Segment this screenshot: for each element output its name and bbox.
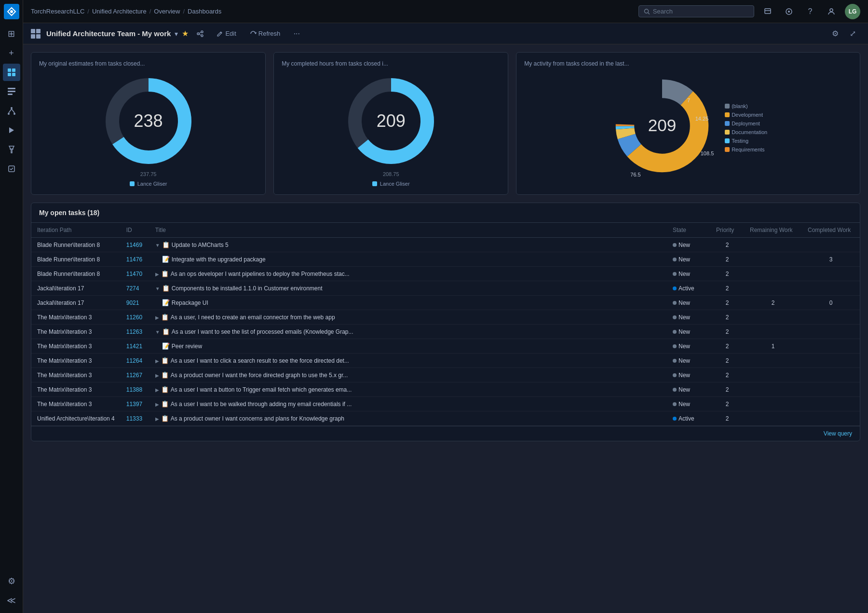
cell-state: New (667, 354, 710, 368)
expand-icon[interactable]: ▶ (155, 358, 159, 364)
refresh-button[interactable]: Refresh (245, 28, 285, 39)
cell-iteration: The Matrix\Iteration 3 (31, 368, 121, 382)
cell-id[interactable]: 11397 (121, 397, 149, 411)
cell-id[interactable]: 11469 (121, 238, 149, 252)
svg-rect-5 (8, 88, 15, 89)
cell-id[interactable]: 11388 (121, 382, 149, 397)
badge-icon[interactable] (781, 4, 797, 19)
chart-2-donut: 209 (343, 73, 439, 169)
state-label: New (678, 343, 690, 350)
svg-rect-18 (765, 9, 771, 14)
cell-id[interactable]: 9021 (121, 296, 149, 310)
expand-icon[interactable]: ▶ (155, 402, 159, 407)
expand-icon[interactable]: ▼ (155, 329, 160, 335)
sidebar-item-add[interactable]: + (3, 44, 20, 62)
cell-id[interactable]: 11267 (121, 368, 149, 382)
fullscreen-icon[interactable]: ⤢ (845, 26, 860, 41)
svg-point-22 (830, 9, 833, 12)
expand-icon[interactable]: ▶ (155, 272, 159, 277)
cell-id[interactable]: 11476 (121, 252, 149, 267)
col-header-remaining: Remaining Work (744, 223, 802, 238)
favorite-star-icon[interactable]: ★ (182, 29, 189, 38)
breadcrumb-project[interactable]: Unified Architecture (92, 8, 147, 15)
breadcrumb-overview[interactable]: Overview (154, 8, 180, 15)
notifications-icon[interactable] (760, 4, 775, 19)
cell-completed (802, 281, 860, 296)
state-badge: Active (673, 285, 694, 292)
cell-priority: 2 (710, 368, 744, 382)
expand-icon[interactable]: ▼ (155, 286, 160, 291)
cell-state: New (667, 339, 710, 354)
task-icon: 📋 (161, 357, 169, 364)
state-badge: New (673, 372, 690, 379)
breadcrumb-dashboards[interactable]: Dashboards (188, 8, 221, 15)
expand-icon[interactable]: ▶ (155, 387, 159, 393)
state-badge: Active (673, 415, 694, 422)
cell-id[interactable]: 11264 (121, 354, 149, 368)
sidebar-item-settings[interactable]: ⚙ (3, 572, 20, 590)
expand-icon[interactable]: ▼ (155, 243, 160, 248)
cell-iteration: The Matrix\Iteration 3 (31, 382, 121, 397)
edit-button[interactable]: Edit (212, 28, 241, 39)
svg-point-10 (14, 113, 15, 115)
cell-state: New (667, 238, 710, 252)
table-row: Blade Runner\Iteration 8 11476 📝Integrat… (31, 252, 860, 267)
expand-icon[interactable]: ▶ (155, 373, 159, 378)
view-query-link[interactable]: View query (31, 426, 860, 441)
state-dot (673, 243, 677, 247)
chart-activity: My activity from tasks closed in the las… (516, 52, 860, 195)
cell-state: New (667, 397, 710, 411)
state-dot (673, 373, 677, 377)
state-badge: New (673, 357, 690, 364)
legend-testing: Testing (725, 138, 748, 144)
share-icon[interactable] (192, 26, 208, 41)
cell-title: 📝Repackage UI (149, 296, 667, 310)
people-icon[interactable] (824, 4, 839, 19)
task-icon: 📝 (162, 342, 170, 350)
app-logo[interactable] (4, 4, 19, 19)
charts-section: My original estimates from tasks closed.… (31, 52, 860, 195)
settings-icon[interactable]: ⚙ (827, 26, 843, 41)
cell-state: New (667, 310, 710, 325)
sidebar-item-artifacts[interactable] (3, 160, 20, 177)
svg-marker-13 (9, 127, 14, 133)
sidebar-item-home[interactable]: ⊞ (3, 25, 20, 42)
breadcrumb-sep-3: / (183, 8, 185, 15)
table-row: The Matrix\Iteration 3 11421 📝Peer revie… (31, 339, 860, 354)
cell-remaining (744, 325, 802, 339)
cell-id[interactable]: 11263 (121, 325, 149, 339)
expand-icon[interactable]: ▶ (155, 315, 159, 320)
chart-2-title: My completed hours from tasks closed i..… (282, 60, 500, 67)
state-dot (673, 344, 677, 348)
sidebar-item-boards[interactable] (3, 64, 20, 81)
search-input[interactable] (653, 8, 749, 15)
sidebar-item-work[interactable] (3, 83, 20, 100)
cell-iteration: The Matrix\Iteration 3 (31, 397, 121, 411)
title-chevron-icon[interactable]: ▾ (175, 30, 178, 38)
search-box[interactable] (638, 5, 754, 17)
expand-icon[interactable]: ▶ (155, 416, 159, 422)
cell-id[interactable]: 11260 (121, 310, 149, 325)
legend-deployment: Deployment (725, 121, 760, 126)
sidebar-item-repos[interactable] (3, 102, 20, 120)
breadcrumb-org[interactable]: TorchResearchLLC (31, 8, 84, 15)
cell-priority: 2 (710, 339, 744, 354)
cell-id[interactable]: 11421 (121, 339, 149, 354)
cell-id[interactable]: 7274 (121, 281, 149, 296)
cell-iteration: Blade Runner\Iteration 8 (31, 238, 121, 252)
cell-id[interactable]: 11333 (121, 411, 149, 426)
svg-rect-1 (8, 68, 11, 72)
sidebar-item-testing[interactable] (3, 141, 20, 158)
state-badge: New (673, 300, 690, 306)
cell-id[interactable]: 11470 (121, 267, 149, 281)
help-icon[interactable]: ? (802, 4, 818, 19)
col-header-iteration: Iteration Path (31, 223, 121, 238)
cell-completed: 0 (802, 296, 860, 310)
user-avatar[interactable]: LG (845, 4, 860, 19)
more-options-icon[interactable]: ··· (289, 26, 304, 41)
svg-point-0 (10, 10, 13, 13)
state-label: Active (678, 415, 694, 422)
toolbar: Unified Architecture Team - My work ▾ ★ … (23, 23, 868, 44)
sidebar-item-pipelines[interactable] (3, 122, 20, 139)
sidebar-item-collapse[interactable]: ≪ (3, 592, 20, 609)
